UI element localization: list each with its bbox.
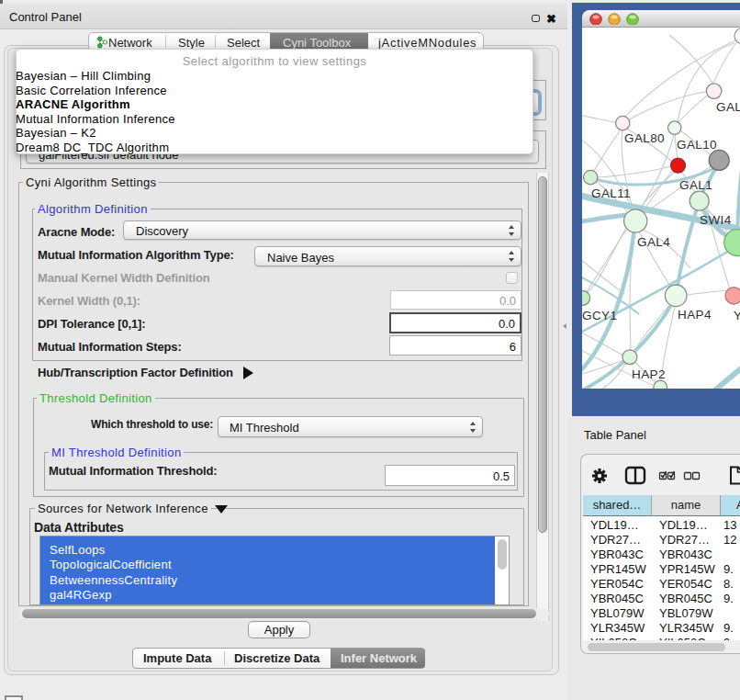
svg-text:GAL80: GAL80 — [624, 131, 665, 145]
svg-text:GCY1: GCY1 — [582, 309, 617, 322]
svg-text:SWI4: SWI4 — [700, 213, 732, 227]
svg-text:HAP2: HAP2 — [632, 367, 666, 381]
svg-text:GAL4: GAL4 — [637, 235, 670, 249]
svg-text:Y: Y — [734, 309, 740, 322]
svg-text:GAL11: GAL11 — [591, 186, 631, 200]
svg-text:GAL7: GAL7 — [716, 100, 740, 114]
svg-text:GAL10: GAL10 — [677, 138, 717, 152]
svg-text:GAL1: GAL1 — [679, 178, 712, 192]
svg-text:HAP4: HAP4 — [678, 308, 712, 322]
